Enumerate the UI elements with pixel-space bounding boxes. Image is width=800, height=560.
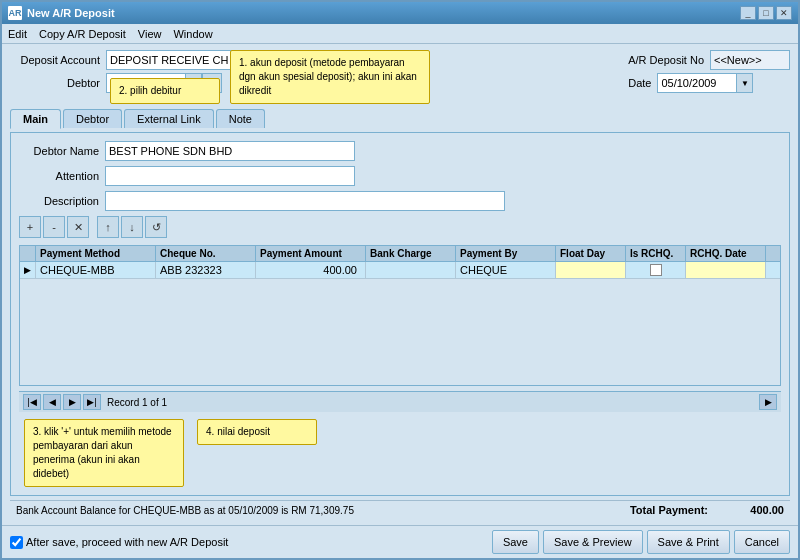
cell-cheque-no: ABB 232323 <box>156 262 256 278</box>
attention-input[interactable] <box>105 166 355 186</box>
minimize-button[interactable]: _ <box>740 6 756 20</box>
nav-scroll-right[interactable]: ▶ <box>759 394 777 410</box>
description-label: Description <box>19 195 99 207</box>
tab-external-link[interactable]: External Link <box>124 109 214 128</box>
save-print-button[interactable]: Save & Print <box>647 530 730 554</box>
payment-grid: Payment Method Cheque No. Payment Amount… <box>19 245 781 386</box>
tabs: Main Debtor External Link Note <box>10 109 790 128</box>
cell-payment-method: CHEQUE-MBB <box>36 262 156 278</box>
row-arrow: ▶ <box>20 262 36 278</box>
save-button[interactable]: Save <box>492 530 539 554</box>
attention-row: Attention <box>19 166 781 186</box>
save-preview-button[interactable]: Save & Preview <box>543 530 643 554</box>
tab-main[interactable]: Main <box>10 109 61 129</box>
cancel-button[interactable]: Cancel <box>734 530 790 554</box>
callout-1: 1. akun deposit (metode pembayaran dgn a… <box>230 50 430 104</box>
col-rchq-date: RCHQ. Date <box>686 246 766 261</box>
callout-4: 4. nilai deposit <box>197 419 317 445</box>
window-icon: AR <box>8 6 22 20</box>
col-cheque-no: Cheque No. <box>156 246 256 261</box>
grid-navigation: |◀ ◀ ▶ ▶| Record 1 of 1 ▶ <box>19 391 781 412</box>
cell-bank-charge <box>366 262 456 278</box>
header-section: Deposit Account ▼ Debtor ▼ 🔍 <box>10 50 790 105</box>
debtor-name-input[interactable] <box>105 141 355 161</box>
menu-copy-ar[interactable]: Copy A/R Deposit <box>39 28 126 40</box>
debtor-name-label: Debtor Name <box>19 145 99 157</box>
deposit-account-label: Deposit Account <box>10 54 100 66</box>
nav-next-button[interactable]: ▶ <box>63 394 81 410</box>
attention-label: Attention <box>19 170 99 182</box>
rchq-checkbox[interactable] <box>650 264 662 276</box>
window-title: New A/R Deposit <box>27 7 115 19</box>
tab-note[interactable]: Note <box>216 109 265 128</box>
col-float-day: Float Day <box>556 246 626 261</box>
cell-is-rchq <box>626 262 686 278</box>
description-row: Description <box>19 191 781 211</box>
description-input[interactable] <box>105 191 505 211</box>
right-header: A/R Deposit No Date ▼ <box>628 50 790 93</box>
menu-window[interactable]: Window <box>173 28 212 40</box>
deposit-account-input[interactable] <box>106 50 246 70</box>
cell-rchq-date <box>686 262 766 278</box>
delete-row-button[interactable]: ✕ <box>67 216 89 238</box>
main-window: AR New A/R Deposit _ □ ✕ Edit Copy A/R D… <box>0 0 800 560</box>
refresh-button[interactable]: ↺ <box>145 216 167 238</box>
grid-toolbar: + - ✕ ↑ ↓ ↺ <box>19 216 781 238</box>
tabs-section: Main Debtor External Link Note <box>10 109 790 128</box>
col-arrow <box>20 246 36 261</box>
table-row[interactable]: ▶ CHEQUE-MBB ABB 232323 400.00 CHEQUE <box>20 262 780 279</box>
cell-payment-by: CHEQUE <box>456 262 556 278</box>
bank-balance-text: Bank Account Balance for CHEQUE-MBB as a… <box>16 505 354 516</box>
move-down-button[interactable]: ↓ <box>121 216 143 238</box>
footer: After save, proceed with new A/R Deposit… <box>2 525 798 558</box>
col-bank-charge: Bank Charge <box>366 246 456 261</box>
record-info: Record 1 of 1 <box>107 397 167 408</box>
menu-view[interactable]: View <box>138 28 162 40</box>
date-label: Date <box>628 77 651 89</box>
callout-2: 2. pilih debitur <box>110 78 220 104</box>
main-content: Deposit Account ▼ Debtor ▼ 🔍 <box>2 44 798 525</box>
menubar: Edit Copy A/R Deposit View Window <box>2 24 798 44</box>
date-input[interactable] <box>657 73 737 93</box>
tab-debtor[interactable]: Debtor <box>63 109 122 128</box>
col-payment-by: Payment By <box>456 246 556 261</box>
close-button[interactable]: ✕ <box>776 6 792 20</box>
ar-deposit-no-label: A/R Deposit No <box>628 54 704 66</box>
debtor-label: Debtor <box>10 77 100 89</box>
move-up-button[interactable]: ↑ <box>97 216 119 238</box>
menu-edit[interactable]: Edit <box>8 28 27 40</box>
date-dropdown[interactable]: ▼ <box>737 73 753 93</box>
nav-last-button[interactable]: ▶| <box>83 394 101 410</box>
grid-header: Payment Method Cheque No. Payment Amount… <box>20 246 780 262</box>
debtor-name-row: Debtor Name <box>19 141 781 161</box>
titlebar: AR New A/R Deposit _ □ ✕ <box>2 2 798 24</box>
after-save-label: After save, proceed with new A/R Deposit <box>26 536 228 548</box>
total-payment-label: Total Payment: <box>630 504 708 516</box>
nav-first-button[interactable]: |◀ <box>23 394 41 410</box>
nav-prev-button[interactable]: ◀ <box>43 394 61 410</box>
col-payment-amount: Payment Amount <box>256 246 366 261</box>
ar-deposit-no-input <box>710 50 790 70</box>
insert-row-button[interactable]: - <box>43 216 65 238</box>
cell-float-day <box>556 262 626 278</box>
col-payment-method: Payment Method <box>36 246 156 261</box>
bottom-info-bar: Bank Account Balance for CHEQUE-MBB as a… <box>10 500 790 519</box>
tab-content-main: Debtor Name Attention Description + - ✕ <box>10 132 790 496</box>
callout-3: 3. klik '+' untuk memilih metode pembaya… <box>24 419 184 487</box>
maximize-button[interactable]: □ <box>758 6 774 20</box>
col-is-rchq: Is RCHQ. <box>626 246 686 261</box>
after-save-checkbox[interactable] <box>10 536 23 549</box>
cell-payment-amount: 400.00 <box>256 262 366 278</box>
total-payment-value: 400.00 <box>714 504 784 516</box>
add-row-button[interactable]: + <box>19 216 41 238</box>
